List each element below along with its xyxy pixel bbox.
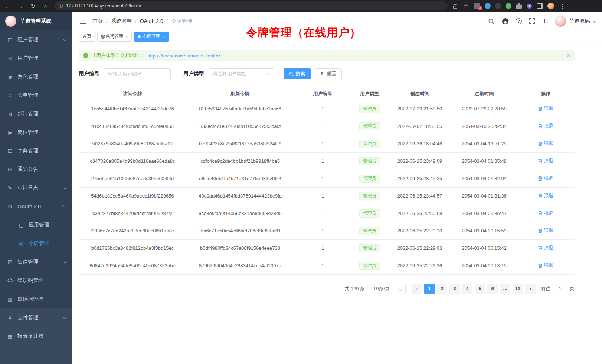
- col-create-time: 创建时间: [388, 87, 452, 100]
- user-type-select[interactable]: 请选择用户类型: [209, 68, 274, 79]
- page-size-select[interactable]: 10条/页: [370, 284, 406, 294]
- sidebar-item[interactable]: ▢ 应用管理: [0, 216, 72, 234]
- page-tab[interactable]: 令牌管理: [134, 32, 169, 42]
- sidebar-item-label: 报表设计器: [17, 333, 43, 340]
- page-number-button[interactable]: 4: [462, 284, 472, 294]
- breadcrumb-item[interactable]: OAuth 2.0: [132, 18, 163, 24]
- user-menu[interactable]: 芋道源码: [555, 16, 595, 27]
- sidebar-item-label: 短信管理: [17, 259, 38, 265]
- user-type-tag: 管理员: [359, 157, 380, 165]
- sidebar-item-label: 审计日志: [17, 185, 38, 191]
- sidebar-item[interactable]: ▤ 字典管理: [0, 142, 72, 160]
- page-number-button[interactable]: 2: [437, 284, 447, 294]
- github-icon[interactable]: [501, 17, 509, 25]
- page-tab[interactable]: 敏感词管理: [97, 32, 132, 42]
- close-tab-icon[interactable]: [163, 34, 165, 39]
- user-type-placeholder: 请选择用户类型: [213, 70, 246, 77]
- force-logout-button[interactable]: 强退: [538, 245, 553, 251]
- audit-log-icon: ✎: [6, 185, 14, 191]
- page-number-button[interactable]: 6: [487, 284, 498, 294]
- user-type-tag: 管理员: [359, 209, 380, 218]
- force-logout-button[interactable]: 强退: [538, 158, 553, 164]
- force-logout-button[interactable]: 强退: [538, 123, 553, 129]
- close-tab-icon[interactable]: [125, 34, 128, 39]
- page-number-button[interactable]: 1: [424, 284, 435, 294]
- sidebar-item[interactable]: ▦ 报表设计器: [0, 327, 72, 345]
- sidebar-item[interactable]: ☺ 用户管理: [0, 49, 72, 67]
- sidebar-item[interactable]: ✉ 通知公告: [0, 160, 72, 179]
- share-icon[interactable]: [452, 3, 458, 9]
- force-logout-button[interactable]: 强退: [538, 175, 553, 182]
- force-logout-button[interactable]: 强退: [538, 192, 553, 199]
- sidebar-item[interactable]: </> 错误码管理: [0, 271, 72, 290]
- user-type-tag: 管理员: [359, 227, 380, 235]
- side-panel-icon[interactable]: [537, 3, 543, 9]
- search-button[interactable]: 搜索: [284, 68, 311, 79]
- sidebar-item[interactable]: ¥ 支付管理: [0, 308, 72, 327]
- access-token-cell: b0d1785bc3a8482f812db4a3f3bd15ec: [79, 239, 186, 257]
- force-logout-button[interactable]: 强退: [538, 227, 553, 234]
- refresh-token-cell: 811c530487574fa0af1a59d3abc1aa66: [186, 100, 294, 118]
- page-number-button[interactable]: ...: [500, 284, 510, 294]
- extension-color-icon[interactable]: [526, 3, 533, 9]
- next-page-button[interactable]: [525, 284, 536, 294]
- help-icon[interactable]: [516, 18, 522, 24]
- address-bar[interactable]: ⓘ 127.0.0.1:1024/system/oauth2/token: [54, 1, 448, 10]
- sidebar-item[interactable]: ◎ 令牌管理: [0, 234, 72, 253]
- collapse-menu-icon[interactable]: [80, 19, 86, 24]
- menu-icon: ≣: [6, 92, 14, 98]
- page-tab[interactable]: 首页: [79, 32, 95, 42]
- breadcrumb-item[interactable]: 令牌管理: [163, 18, 192, 24]
- extension-green-icon[interactable]: [506, 3, 511, 9]
- prev-page-button[interactable]: [412, 284, 422, 294]
- sidebar-item[interactable]: ▥ 敏感词管理: [0, 290, 72, 308]
- force-logout-button[interactable]: 强退: [538, 105, 553, 112]
- access-token-cell: 1ea5e44f8bc1467aaede43144f31de76: [79, 100, 186, 118]
- user-id-input[interactable]: [104, 68, 171, 79]
- force-logout-button[interactable]: 强退: [538, 262, 553, 269]
- search-icon[interactable]: [487, 17, 495, 25]
- access-token-cell: c347026e805e4d99b0d116eae66eda8c: [79, 152, 186, 170]
- breadcrumb-item[interactable]: 系统管理: [103, 18, 132, 24]
- sidebar-item[interactable]: ☻ 角色管理: [0, 67, 72, 86]
- close-alert-icon[interactable]: [567, 53, 570, 59]
- extension-with-badge-icon[interactable]: 0: [474, 3, 480, 9]
- breadcrumb-item[interactable]: 首页: [92, 18, 103, 24]
- refresh-token-cell: 8796295f04064c2983414cc54af1097a: [186, 257, 294, 274]
- sidebar-item[interactable]: ⋔ 部门管理: [0, 105, 72, 123]
- page-number-button[interactable]: 12: [513, 284, 523, 294]
- browser-profile-avatar[interactable]: [547, 3, 554, 9]
- page-number-button[interactable]: 3: [449, 284, 460, 294]
- sidebar-item[interactable]: ≣ 菜单管理: [0, 86, 72, 105]
- reset-button[interactable]: ↻ 重置: [315, 68, 342, 79]
- sidebar-item[interactable]: ◫ 租户管理: [0, 30, 72, 49]
- site-info-icon[interactable]: ⓘ: [59, 3, 63, 9]
- font-size-icon[interactable]: T↕: [543, 18, 548, 24]
- force-logout-button[interactable]: 强退: [538, 140, 553, 147]
- chevron-down-icon: [399, 287, 402, 290]
- bookmark-star-icon[interactable]: ☆: [463, 3, 469, 9]
- table-row: b0d1785bc3a8482f812db4a3f3bd15ec b0df498…: [79, 239, 575, 257]
- page-number-button[interactable]: 5: [475, 284, 485, 294]
- fullscreen-icon[interactable]: [529, 17, 536, 25]
- home-icon[interactable]: ⌂: [42, 3, 50, 9]
- extension-blue-icon[interactable]: [485, 3, 491, 9]
- app-logo[interactable]: 芋道管理系统: [0, 12, 72, 30]
- page-tab-label: 首页: [82, 33, 91, 40]
- browser-menu-icon[interactable]: ⋮: [559, 3, 567, 9]
- sidebar-item[interactable]: ☑ 短信管理: [0, 253, 72, 271]
- sidebar-item[interactable]: ✎ 审计日志: [0, 179, 72, 197]
- extension-dark-icon[interactable]: [495, 3, 501, 9]
- access-token-cell: 54d6be82ee5a460a9aedc1f9bf223656: [79, 187, 186, 205]
- forward-icon[interactable]: →: [16, 3, 24, 9]
- chevron-icon: [63, 186, 67, 189]
- reload-icon[interactable]: ↻: [29, 3, 37, 9]
- sidebar-item[interactable]: ⊛ OAuth 2.0: [0, 197, 72, 216]
- sidebar-item[interactable]: ▣ 岗位管理: [0, 123, 72, 142]
- doc-link[interactable]: https://doc.iocoder.cn/user-center/: [147, 53, 220, 59]
- back-icon[interactable]: ←: [4, 3, 12, 9]
- refresh-token-cell: 9ce8ef2aa9f14056b831ae9b608e28d5: [186, 205, 294, 222]
- extensions-puzzle-icon[interactable]: [516, 3, 522, 9]
- goto-page-input[interactable]: [553, 284, 567, 294]
- force-logout-button[interactable]: 强退: [538, 210, 553, 216]
